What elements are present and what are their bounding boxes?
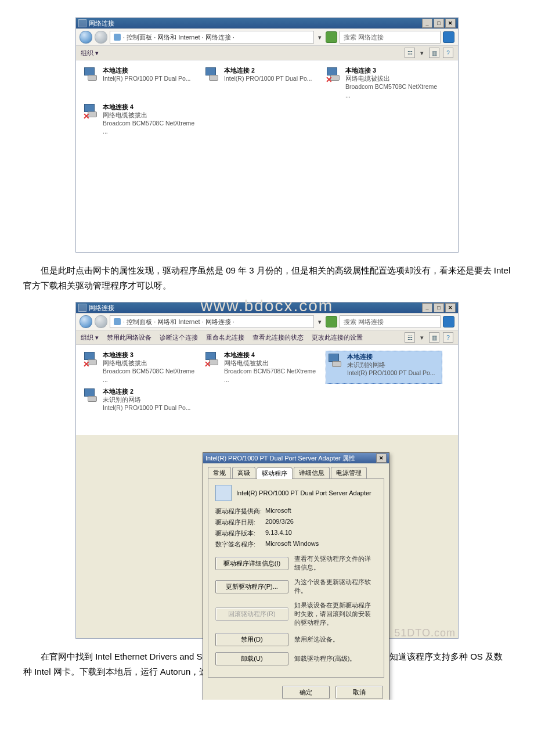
path-dropdown-icon[interactable]: ▾ [316, 34, 323, 41]
forward-button[interactable] [95, 315, 107, 328]
connection-device: Broadcom BCM5708C NetXtreme ... [103, 119, 196, 135]
connection-name: 本地连接 4 [103, 103, 134, 110]
toolbar-action[interactable]: 更改此连接的设置 [312, 333, 363, 342]
preview-pane-icon[interactable]: ▥ [429, 48, 439, 58]
toolbar: 组织 ▾ 禁用此网络设备诊断这个连接重命名此连接查看此连接的状态更改此连接的设置… [76, 330, 458, 345]
dialog-action-button[interactable]: 更新驱动程序(P)... [215, 580, 288, 593]
view-dropdown-icon[interactable]: ▾ [418, 49, 425, 57]
search-input[interactable]: 搜索 网络连接 [340, 31, 441, 44]
window-title: 网络连接 [89, 304, 114, 312]
property-value: Microsoft Windows [265, 540, 319, 549]
connection-status: 未识别的网络 [347, 361, 435, 369]
connection-status: 网络电缆被拔出 [103, 111, 196, 119]
network-adapter-icon: ✕ [83, 351, 99, 367]
connection-name: 本地连接 [347, 353, 373, 360]
property-label: 驱动程序日期: [215, 518, 265, 527]
dialog-tabs: 常规高级驱动程序详细信息电源管理 [203, 463, 389, 478]
toolbar-action[interactable]: 查看此连接的状态 [252, 333, 304, 342]
connection-item[interactable]: 本地连接 2Intel(R) PRO/1000 PT Dual Po... [204, 66, 317, 99]
connection-item[interactable]: ✕本地连接 4网络电缆被拔出Broadcom BCM5708C NetXtrem… [204, 351, 317, 384]
view-icon[interactable]: ☷ [405, 48, 415, 58]
refresh-button[interactable] [326, 31, 337, 43]
breadcrumb[interactable]: · 控制面板 · 网络和 Internet · 网络连接 · [110, 31, 314, 44]
dialog-action-desc: 查看有关驱动程序文件的详细信息。 [294, 555, 377, 572]
view-icon[interactable]: ☷ [405, 332, 415, 343]
location-icon [114, 34, 121, 41]
view-dropdown-icon[interactable]: ▾ [418, 334, 425, 341]
dialog-close-button[interactable]: ✕ [376, 453, 387, 463]
back-button[interactable] [80, 315, 92, 328]
connection-item[interactable]: 本地连接Intel(R) PRO/1000 PT Dual Po... [83, 66, 196, 99]
help-icon[interactable]: ? [443, 332, 453, 343]
network-adapter-icon [204, 66, 221, 82]
device-name: Intel(R) PRO/1000 PT Dual Port Server Ad… [236, 489, 371, 496]
toolbar: 组织 ▾ ☷ ▾ ▥ ? [76, 46, 458, 60]
dialog-tab[interactable]: 高级 [232, 467, 255, 478]
connection-device: Intel(R) PRO/1000 PT Dual Po... [347, 369, 435, 377]
close-button[interactable]: ✕ [445, 19, 456, 28]
connection-name: 本地连接 2 [103, 388, 134, 395]
dialog-body: Intel(R) PRO/1000 PT Dual Port Server Ad… [208, 478, 384, 678]
connection-item[interactable]: ✕本地连接 3网络电缆被拔出Broadcom BCM5708C NetXtrem… [83, 351, 196, 384]
help-icon[interactable]: ? [443, 48, 453, 58]
toolbar-action[interactable]: 诊断这个连接 [160, 333, 198, 342]
window-title: 网络连接 [89, 19, 114, 28]
image-watermark: 51DTO.com [394, 627, 456, 639]
search-go-button[interactable] [443, 316, 454, 327]
maximize-button[interactable]: □ [434, 19, 444, 28]
connection-name: 本地连接 4 [224, 351, 255, 358]
connections-area: ✕本地连接 3网络电缆被拔出Broadcom BCM5708C NetXtrem… [76, 345, 458, 435]
screenshot-2: www.bdocx.com 网络连接 _ □ ✕ · 控制面板 · 网络和 In… [75, 302, 459, 639]
paragraph-1: 但是此时点击网卡的属性发现，驱动程序虽然是 09 年 3 月份的，但是相关的高级… [23, 263, 511, 293]
organize-menu[interactable]: 组织 ▾ [81, 49, 99, 57]
minimize-button[interactable]: _ [422, 19, 432, 28]
dialog-tab[interactable]: 常规 [208, 467, 231, 478]
dialog-action-desc: 如果该设备在更新驱动程序时失败，请回滚到以前安装的驱动程序。 [294, 601, 377, 627]
dialog-tab[interactable]: 详细信息 [294, 467, 330, 478]
preview-pane-icon[interactable]: ▥ [429, 332, 439, 343]
dialog-action-button[interactable]: 卸载(U) [215, 652, 288, 665]
network-adapter-icon: ✕ [326, 66, 342, 82]
search-placeholder: 搜索 网络连接 [344, 33, 384, 42]
back-button[interactable] [80, 31, 92, 44]
connection-item[interactable]: ✕本地连接 4网络电缆被拔出Broadcom BCM5708C NetXtrem… [83, 103, 196, 136]
connection-item[interactable]: ✕本地连接 3网络电缆被拔出Broadcom BCM5708C NetXtrem… [326, 66, 439, 99]
connection-status: 网络电缆被拔出 [103, 359, 196, 367]
connection-status: 网络电缆被拔出 [224, 359, 317, 367]
dialog-action-button[interactable]: 禁用(D) [215, 633, 288, 646]
refresh-button[interactable] [326, 316, 337, 327]
path-dropdown-icon[interactable]: ▾ [316, 318, 323, 326]
screenshot-1: 网络连接 _ □ ✕ · 控制面板 · 网络和 Internet · 网络连接 … [75, 17, 459, 253]
minimize-button[interactable]: _ [422, 303, 432, 312]
connection-status: 网络电缆被拔出 [345, 74, 439, 82]
dialog-action-button[interactable]: 驱动程序详细信息(I) [215, 557, 288, 570]
maximize-button[interactable]: □ [434, 303, 444, 312]
nav-row: · 控制面板 · 网络和 Internet · 网络连接 · ▾ 搜索 网络连接 [76, 313, 458, 330]
toolbar-action[interactable]: 禁用此网络设备 [107, 333, 151, 342]
forward-button[interactable] [95, 31, 107, 44]
connection-item[interactable]: 本地连接 2未识别的网络Intel(R) PRO/1000 PT Dual Po… [83, 387, 196, 412]
connection-status: 未识别的网络 [103, 395, 191, 404]
network-adapter-icon: ✕ [83, 103, 99, 119]
dialog-tab[interactable]: 电源管理 [331, 467, 367, 478]
connection-device: Broadcom BCM5708C NetXtreme ... [103, 367, 196, 383]
organize-menu[interactable]: 组织 ▾ [81, 333, 99, 342]
connection-device: Intel(R) PRO/1000 PT Dual Po... [103, 74, 191, 82]
property-value: Microsoft [265, 507, 291, 516]
title-bar: 网络连接 _ □ ✕ [76, 18, 458, 28]
breadcrumb-text: · 控制面板 · 网络和 Internet · 网络连接 · [123, 318, 234, 326]
connection-name: 本地连接 3 [103, 351, 134, 358]
dialog-tab[interactable]: 驱动程序 [257, 467, 293, 479]
connection-name: 本地连接 3 [345, 67, 376, 74]
dialog-action-desc: 卸载驱动程序(高级)。 [294, 654, 377, 663]
cancel-button[interactable]: 取消 [335, 686, 383, 699]
dialog-title: Intel(R) PRO/1000 PT Dual Port Server Ad… [205, 454, 355, 463]
search-go-button[interactable] [443, 31, 454, 43]
ok-button[interactable]: 确定 [282, 686, 330, 699]
page-watermark: www.bdocx.com [201, 297, 333, 315]
toolbar-action[interactable]: 重命名此连接 [206, 333, 244, 342]
close-button[interactable]: ✕ [445, 303, 456, 312]
search-input[interactable]: 搜索 网络连接 [340, 315, 441, 328]
connection-item[interactable]: 本地连接未识别的网络Intel(R) PRO/1000 PT Dual Po..… [326, 351, 442, 384]
breadcrumb[interactable]: · 控制面板 · 网络和 Internet · 网络连接 · [110, 315, 314, 328]
